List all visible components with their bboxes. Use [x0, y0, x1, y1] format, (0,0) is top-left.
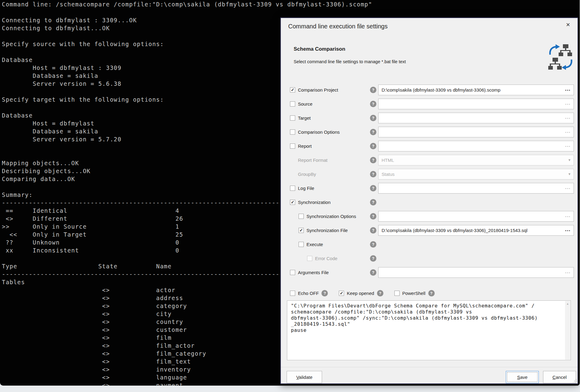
help-icon[interactable]: ?: [370, 143, 376, 149]
report-field[interactable]: …: [378, 141, 574, 151]
execute-label: Execute: [306, 242, 323, 247]
source-label: Source: [298, 101, 313, 107]
synchronization-file-checkbox[interactable]: ✓: [299, 228, 304, 233]
resize-grip-icon[interactable]: [573, 379, 577, 383]
help-icon[interactable]: ?: [370, 101, 376, 107]
comparison-options-checkbox[interactable]: [290, 129, 295, 135]
row-comparison-project: ✓ Comparison Project ? D:\comp\sakila (d…: [281, 83, 578, 97]
powershell-checkbox[interactable]: [394, 291, 400, 296]
row-synchronization: ✓ Synchronization ?: [281, 195, 578, 209]
keep-opened-option: ✓ Keep opened ?: [339, 290, 385, 296]
browse-icon[interactable]: …: [565, 212, 571, 219]
help-icon[interactable]: ?: [321, 290, 328, 296]
synchronization-file-label: Synchronization File: [306, 228, 348, 233]
comparison-project-checkbox[interactable]: ✓: [290, 87, 295, 93]
arguments-file-checkbox[interactable]: [290, 270, 295, 275]
dropdown-arrow-icon: ▼: [568, 172, 571, 176]
row-synchronization-file: ✓ Synchronization File ? D:\comp\sakila …: [281, 223, 578, 237]
browse-icon[interactable]: …: [565, 184, 571, 191]
echo-off-checkbox[interactable]: [290, 291, 295, 296]
echo-off-option: Echo OFF ?: [290, 290, 330, 296]
synchronization-options-field[interactable]: …: [378, 211, 574, 222]
help-icon[interactable]: ?: [370, 157, 376, 163]
log-file-label: Log File: [298, 186, 314, 191]
cancel-button[interactable]: Cancel: [543, 371, 576, 383]
section-subtitle: Select command line file settings to man…: [294, 59, 406, 64]
source-field[interactable]: …: [378, 99, 574, 109]
row-log-file: Log File ? …: [281, 181, 578, 195]
help-icon[interactable]: ?: [370, 87, 376, 93]
script-options-row: Echo OFF ? ✓ Keep opened ? PowerShell ?: [281, 286, 578, 300]
browse-icon[interactable]: …: [565, 142, 571, 148]
powershell-label: PowerShell: [402, 291, 426, 296]
scroll-up-icon[interactable]: ▲: [566, 302, 569, 360]
report-format-dropdown: HTML ▼: [378, 155, 574, 165]
browse-icon[interactable]: …: [565, 114, 571, 120]
browse-icon[interactable]: …: [565, 128, 571, 134]
browse-icon[interactable]: …: [565, 226, 571, 233]
help-icon[interactable]: ?: [370, 269, 376, 276]
dropdown-arrow-icon: ▼: [568, 158, 571, 162]
log-file-checkbox[interactable]: [290, 186, 295, 191]
help-icon[interactable]: ?: [428, 290, 435, 296]
schema-comparison-sync-icon: [548, 43, 574, 72]
row-execute: Execute ?: [281, 237, 578, 251]
browse-icon[interactable]: …: [565, 85, 571, 92]
source-checkbox[interactable]: [290, 101, 295, 107]
scrollbar[interactable]: ▲: [565, 301, 570, 360]
comparison-project-field[interactable]: D:\comp\sakila (dbfmylast-3309 vs dbfmyl…: [378, 85, 574, 95]
arguments-file-field[interactable]: …: [378, 267, 574, 278]
bat-file-text[interactable]: "C:\Program Files\Devart\dbForge Schema …: [287, 301, 565, 360]
synchronization-options-checkbox[interactable]: [299, 214, 304, 219]
row-error-code: Error Code ?: [281, 251, 578, 265]
keep-opened-label: Keep opened: [347, 291, 374, 296]
row-comparison-options: Comparison Options ? …: [281, 125, 578, 139]
row-synchronization-options: Synchronization Options ? …: [281, 209, 578, 223]
synchronization-options-label: Synchronization Options: [306, 214, 356, 219]
help-icon[interactable]: ?: [370, 129, 376, 135]
report-label: Report: [298, 143, 312, 149]
help-icon[interactable]: ?: [370, 171, 376, 177]
settings-form: ✓ Comparison Project ? D:\comp\sakila (d…: [281, 83, 578, 279]
help-icon[interactable]: ?: [370, 241, 376, 248]
comparison-options-field[interactable]: …: [378, 127, 574, 137]
close-icon[interactable]: ✕: [564, 21, 572, 29]
help-icon[interactable]: ?: [370, 213, 376, 220]
browse-icon[interactable]: …: [565, 268, 571, 275]
report-checkbox[interactable]: [290, 143, 295, 149]
row-report-format: Report Format ? HTML ▼: [281, 153, 578, 167]
browse-icon[interactable]: …: [565, 100, 571, 106]
synchronization-checkbox[interactable]: ✓: [290, 200, 295, 205]
row-report: Report ? …: [281, 139, 578, 153]
keep-opened-checkbox[interactable]: ✓: [339, 291, 344, 296]
help-icon[interactable]: ?: [370, 255, 376, 262]
log-file-field[interactable]: …: [378, 183, 574, 194]
dialog-footer: Validate Save Cancel: [281, 367, 578, 384]
synchronization-label: Synchronization: [298, 200, 331, 205]
row-groupby: GroupBy ? Status ▼: [281, 167, 578, 181]
bat-file-preview: "C:\Program Files\Devart\dbForge Schema …: [287, 300, 571, 360]
help-icon[interactable]: ?: [370, 185, 376, 191]
screen: Command line: /schemacompare /compfile:"…: [0, 0, 580, 392]
target-checkbox[interactable]: [290, 115, 295, 121]
groupby-label: GroupBy: [298, 172, 316, 177]
target-label: Target: [298, 115, 311, 121]
target-field[interactable]: …: [378, 113, 574, 123]
comparison-options-label: Comparison Options: [298, 129, 340, 135]
echo-off-label: Echo OFF: [298, 291, 319, 296]
help-icon[interactable]: ?: [370, 227, 376, 234]
execute-checkbox[interactable]: [299, 242, 304, 247]
powershell-option: PowerShell ?: [394, 290, 437, 296]
groupby-dropdown: Status ▼: [378, 169, 574, 180]
help-icon[interactable]: ?: [370, 115, 376, 121]
validate-button[interactable]: Validate: [287, 371, 322, 383]
section-title: Schema Comparison: [294, 46, 345, 52]
error-code-checkbox: [307, 256, 312, 261]
synchronization-file-field[interactable]: D:\comp\sakila (dbfmylast-3309 vs dbfmyl…: [378, 225, 574, 236]
row-arguments-file: Arguments File ? …: [281, 265, 578, 279]
help-icon[interactable]: ?: [370, 199, 376, 205]
help-icon[interactable]: ?: [377, 290, 383, 296]
command-line-settings-dialog: Command line execution file settings ✕ S…: [280, 17, 578, 384]
save-button[interactable]: Save: [506, 371, 539, 383]
error-code-label: Error Code: [315, 256, 337, 261]
